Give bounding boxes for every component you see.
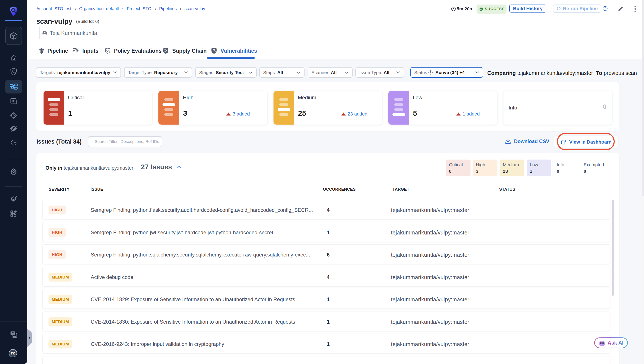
svg-text:?: ? bbox=[12, 331, 14, 335]
